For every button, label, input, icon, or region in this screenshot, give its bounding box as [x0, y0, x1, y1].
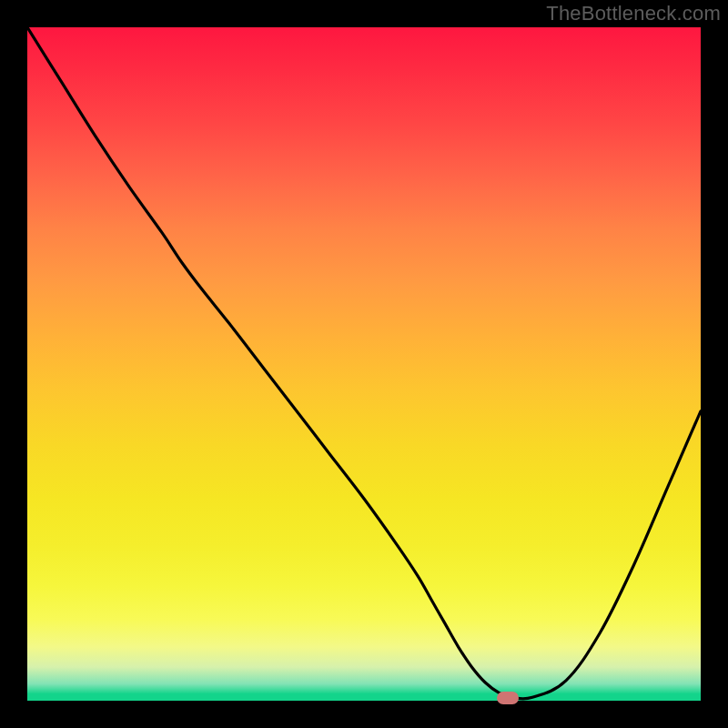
optimum-marker [497, 692, 519, 704]
bottleneck-curve [27, 27, 701, 701]
watermark-text: TheBottleneck.com [546, 2, 721, 25]
plot-area [27, 27, 701, 701]
chart-frame: TheBottleneck.com [0, 0, 728, 728]
